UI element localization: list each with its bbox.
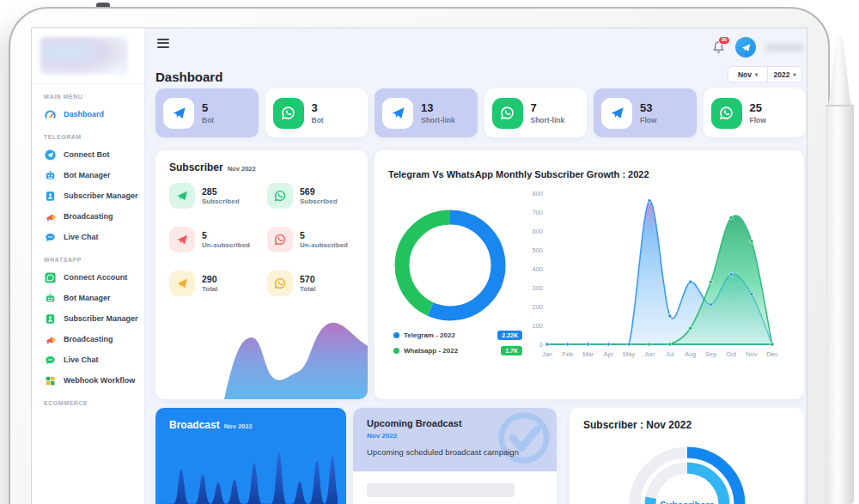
svg-text:May: May — [623, 350, 635, 358]
stat-card-whatsapp-short-link: 7Short-link — [484, 88, 588, 137]
sidebar-item-whatsapp-subscriber-manager[interactable]: Subscriber Manager — [32, 308, 144, 329]
legend-dot — [393, 332, 399, 338]
robot-icon — [44, 292, 57, 305]
stat-value: 3 — [312, 101, 324, 116]
svg-text:Jan: Jan — [542, 350, 552, 358]
telegram-plane-icon — [163, 98, 194, 129]
subscriber-card-title: Subscriber — [169, 161, 223, 173]
sidebar-item-label: Subscriber Manager — [64, 314, 138, 323]
radial-card-title: Subscriber : Nov 2022 — [583, 419, 691, 431]
whatsapp-icon — [273, 98, 304, 129]
puzzle-icon — [44, 374, 57, 387]
notification-count-badge: 30 — [718, 36, 730, 46]
upcoming-card-description: Upcoming scheduled broadcast campaign — [367, 447, 519, 457]
sidebar-item-label: Connect Account — [64, 273, 127, 282]
book-icon — [44, 313, 57, 325]
sidebar-item-whatsapp-broadcasting[interactable]: Broadcasting — [32, 329, 144, 349]
stat-card-telegram-bot: 5Bot — [155, 88, 259, 137]
growth-chart-card: Telegram Vs WhatsApp Monthly Subscriber … — [375, 150, 804, 399]
stat-card-whatsapp-bot: 3Bot — [265, 88, 369, 137]
plane-icon — [44, 149, 57, 161]
user-avatar[interactable] — [735, 37, 756, 58]
user-name[interactable] — [765, 44, 803, 52]
sidebar-item-label: Dashboard — [64, 110, 104, 118]
legend-label: Whatsapp - 2022 — [404, 347, 497, 355]
stat-label: Flow — [750, 116, 766, 124]
stat-card-telegram-short-link: 13Short-link — [375, 88, 478, 137]
sidebar-item-whatsapp-live-chat[interactable]: Live Chat — [32, 349, 144, 370]
subscriber-trend-wave — [155, 303, 368, 399]
screen: MAIN MENUDashboardTELEGRAMConnect BotBot… — [31, 27, 807, 504]
sidebar-item-dashboard[interactable]: Dashboard — [32, 104, 144, 124]
svg-text:Subscribers: Subscribers — [660, 500, 715, 504]
subscriber-stat-value: 569 — [300, 186, 338, 198]
megaphone-icon — [44, 210, 57, 223]
subscriber-stat-value: 5 — [300, 230, 348, 242]
subscriber-radial-card: Subscriber : Nov 2022 Subscribers — [570, 408, 804, 504]
month-filter-value: Nov — [738, 70, 752, 79]
svg-text:Sep: Sep — [705, 350, 716, 358]
sidebar-item-telegram-subscriber-manager[interactable]: Subscriber Manager — [32, 185, 144, 206]
app-logo[interactable] — [40, 37, 128, 75]
svg-text:200: 200 — [532, 303, 543, 311]
broadcast-card-subtitle: Nov 2022 — [224, 422, 253, 430]
whatsapp-icon — [267, 270, 293, 296]
subscriber-stat-value: 285 — [202, 186, 240, 198]
topbar-actions: 30 — [711, 36, 803, 58]
broadcast-activity-chart — [164, 442, 338, 504]
sidebar-item-telegram-connect-bot[interactable]: Connect Bot — [32, 144, 144, 165]
stat-label: Bot — [202, 116, 214, 124]
svg-text:Mar: Mar — [582, 350, 594, 358]
subscriber-stat-telegram-total: 290Total — [169, 270, 259, 296]
subscriber-stat-label: Un-subscribed — [202, 241, 250, 249]
stat-value: 25 — [750, 101, 766, 116]
upcoming-broadcast-card: Upcoming Broadcast Nov 2022 Upcoming sch… — [353, 408, 557, 504]
subscriber-stat-label: Total — [300, 285, 316, 293]
subscriber-stat-whatsapp-subscribed: 569Subscribed — [267, 183, 356, 209]
stat-value: 13 — [421, 101, 455, 116]
sidebar-section-label: TELEGRAM — [44, 134, 144, 140]
sidebar-item-label: Bot Manager — [64, 171, 111, 179]
sidebar-item-telegram-live-chat[interactable]: Live Chat — [32, 227, 144, 247]
svg-text:Feb: Feb — [562, 350, 573, 358]
telegram-plane-icon — [169, 183, 195, 209]
broadcast-card-title: Broadcast — [169, 419, 220, 431]
sidebar-item-label: Broadcasting — [64, 335, 113, 343]
stat-card-whatsapp-flow: 25Flow — [704, 88, 807, 137]
broadcast-card: Broadcast Nov 2022 — [155, 408, 346, 504]
notifications-bell-icon[interactable]: 30 — [711, 40, 726, 55]
sidebar-item-whatsapp-webhook-workflow[interactable]: Webhook Workflow — [32, 370, 144, 391]
stat-label: Short-link — [421, 116, 455, 124]
subscriber-stats-grid: 285Subscribed569Subscribed5Un-subscribed… — [169, 183, 356, 296]
gauge-icon — [44, 108, 57, 121]
sidebar-nav: MAIN MENUDashboardTELEGRAMConnect BotBot… — [32, 94, 144, 406]
sidebar-item-label: Live Chat — [64, 355, 99, 364]
sidebar-item-telegram-broadcasting[interactable]: Broadcasting — [32, 206, 144, 227]
upcoming-list-placeholder — [367, 483, 515, 497]
sidebar-item-label: Connect Bot — [64, 150, 110, 159]
book-icon — [44, 190, 57, 203]
svg-text:Apr: Apr — [604, 350, 614, 358]
menu-toggle-icon[interactable] — [157, 39, 169, 50]
telegram-plane-icon — [601, 98, 632, 129]
sidebar-item-whatsapp-bot-manager[interactable]: Bot Manager — [32, 288, 144, 308]
chat-icon — [44, 231, 57, 244]
subscriber-stat-whatsapp-total: 570Total — [267, 270, 356, 296]
sidebar-section-label: ECOMMERCE — [44, 400, 144, 406]
year-filter-dropdown[interactable]: 2022 ▾ — [767, 66, 802, 82]
subscriber-card-subtitle: Nov 2022 — [228, 165, 256, 173]
month-filter-dropdown[interactable]: Nov ▾ — [728, 66, 768, 82]
legend-label: Telegram - 2022 — [404, 331, 493, 339]
svg-text:500: 500 — [532, 246, 543, 254]
sidebar-item-whatsapp-connect-account[interactable]: Connect Account — [32, 267, 144, 288]
upcoming-card-date: Nov 2022 — [367, 432, 397, 440]
whatsapp-icon — [267, 227, 293, 252]
sidebar-item-telegram-bot-manager[interactable]: Bot Manager — [32, 165, 144, 185]
upcoming-card-header: Upcoming Broadcast Nov 2022 Upcoming sch… — [353, 408, 557, 471]
subscribers-radial-chart: Subscribers — [614, 432, 760, 504]
sidebar-item-label: Broadcasting — [64, 212, 113, 221]
robot-icon — [44, 169, 57, 182]
svg-text:Aug: Aug — [685, 350, 696, 358]
sidebar: MAIN MENUDashboardTELEGRAMConnect BotBot… — [32, 28, 145, 504]
legend-dot — [393, 348, 399, 354]
